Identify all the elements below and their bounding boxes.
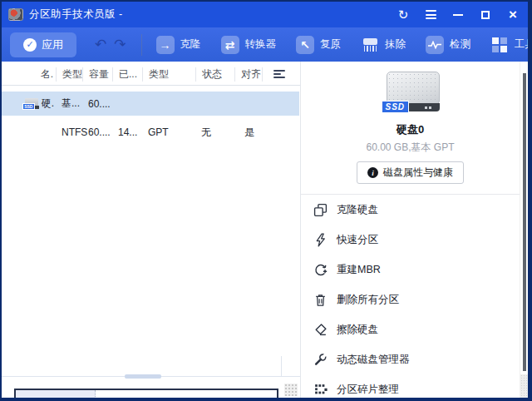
disk-map-bar[interactable] [14,389,278,398]
disk-type-cell: 基... [56,97,82,111]
partition-status-cell: 无 [195,126,234,140]
restore-label: 复原 [320,37,341,52]
scroll-track-line [281,356,282,376]
ssd-disk-icon: SSD [22,98,39,110]
menu-label: 动态磁盘管理器 [337,353,410,367]
table-row-disk0[interactable]: SSD 硬. 基... 60.... [2,92,299,116]
menu-label: 擦除硬盘 [337,323,378,337]
detect-button[interactable]: 检测 [426,36,470,54]
dynamic-disk-manager-icon [313,353,328,367]
wipe-label: 抹除 [385,37,406,52]
header-capacity[interactable]: 容量 [82,67,112,82]
clone-label: 克隆 [180,37,201,52]
detect-label: 检测 [450,37,470,52]
converter-button[interactable]: ⇄ 转换器 [221,36,277,54]
menu-label: 快速分区 [337,233,378,247]
disk-capacity-cell: 60.... [82,98,112,110]
partition-aligned-cell: 是 [234,126,262,140]
tools-button[interactable]: 工具 [490,36,528,54]
tools-grid-icon [490,36,509,54]
delete-all-partitions-icon [313,293,328,307]
content-area: 名. 类型 容量 已... 类型 状态 对齐 SSD 硬. [2,62,528,398]
undo-icon[interactable]: ↶ [95,36,106,53]
header-type1[interactable]: 类型 [56,67,82,82]
header-layout-cell[interactable] [262,67,300,82]
table-header-row: 名. 类型 容量 已... 类型 状态 对齐 [2,63,300,86]
menu-label: 分区碎片整理 [337,383,399,397]
menu-icon[interactable] [424,8,437,22]
menu-item-defragment[interactable]: 分区碎片整理 [301,374,520,398]
clone-button[interactable]: → 克隆 [156,36,201,54]
converter-swap-icon: ⇄ [221,36,239,54]
menu-label: 克隆硬盘 [337,203,378,217]
wipe-button[interactable]: 抹除 [361,36,406,54]
clone-arrow-icon: → [156,36,175,54]
close-button[interactable]: × [506,8,520,22]
header-align[interactable]: 对齐 [234,67,262,82]
apply-label: 应用 [42,37,63,52]
disk-actions-menu: 克隆硬盘 快速分区 重建MBR [301,195,520,398]
scrollbar-track-bottom [520,374,528,398]
maximize-icon [481,11,490,19]
header-status[interactable]: 状态 [195,67,234,82]
menu-item-delete-all-partitions[interactable]: 删除所有分区 [301,285,520,314]
menu-item-rebuild-mbr[interactable]: 重建MBR [301,255,520,285]
minimize-button[interactable] [451,8,465,22]
disk-properties-label: 磁盘属性与健康 [383,166,453,180]
partition-scheme-cell: GPT [142,126,195,138]
header-used[interactable]: 已... [112,67,142,82]
menu-label: 重建MBR [337,263,381,277]
info-icon: i [367,167,378,178]
ssd-drive-image: SSD [382,72,440,115]
disk-list-pane: 名. 类型 容量 已... 类型 状态 对齐 SSD 硬. [2,62,301,398]
scroll-corner-grip[interactable] [284,384,298,396]
panel-scrollbar[interactable] [520,62,528,398]
splitter-handle[interactable] [125,374,161,379]
window-frame: 分区助手技术员版 - ↻ × ✓ 应用 ↶ ↷ → 克隆 ⇄ 转换器 ↖ [0,0,532,401]
menu-item-dynamic-disk-manager[interactable]: 动态磁盘管理器 [301,344,520,374]
quick-partition-icon [313,233,328,247]
disk-subtitle: 60.00 GB,基本 GPT [301,141,520,155]
window-title: 分区助手技术员版 - [29,7,397,22]
header-name[interactable]: 名. [2,67,56,82]
check-icon: ✓ [23,38,37,52]
disk-properties-button[interactable]: i 磁盘属性与健康 [357,161,464,184]
menu-item-erase-disk[interactable]: 擦除硬盘 [301,314,520,344]
menu-label: 删除所有分区 [337,293,399,307]
redo-icon[interactable]: ↷ [114,36,126,53]
partition-used-cell: 14... [112,126,142,138]
disk-map-used-segment [16,390,96,398]
minimize-icon [453,14,463,16]
window-controls: ↻ × [397,8,520,22]
rebuild-mbr-icon [313,263,328,277]
partition-fs-cell: NTFS [56,126,82,138]
column-layout-icon [273,70,285,78]
menu-item-clone-disk[interactable]: 克隆硬盘 [301,195,520,225]
converter-label: 转换器 [245,37,277,52]
undo-redo-group: ↶ ↷ [95,36,126,53]
disk-name-cell: SSD 硬. [2,97,56,111]
refresh-icon[interactable]: ↻ [397,8,410,22]
table-row-partition[interactable]: NTFS 60.... 14... GPT 无 是 [2,121,299,144]
restore-button[interactable]: ↖ 复原 [296,36,341,54]
partition-capacity-cell: 60.... [82,126,112,138]
menu-item-quick-partition[interactable]: 快速分区 [301,225,520,255]
detect-waveform-icon [426,36,444,54]
tools-label: 工具 [515,37,528,52]
title-bar[interactable]: 分区助手技术员版 - ↻ × [2,2,528,27]
app-logo-icon [8,8,23,21]
clone-disk-icon [313,203,328,217]
maximize-button[interactable] [479,8,492,22]
app-window: 分区助手技术员版 - ↻ × ✓ 应用 ↶ ↷ → 克隆 ⇄ 转换器 ↖ [2,2,528,398]
disk-name-text: 硬. [42,97,54,111]
hamburger-icon [426,10,436,19]
disk-detail-panel: SSD 硬盘0 60.00 GB,基本 GPT i 磁盘属性与健康 克隆硬盘 [301,62,528,398]
scrollbar-thumb[interactable] [523,73,526,371]
header-type2[interactable]: 类型 [142,67,195,82]
defragment-icon [313,383,328,397]
restore-arrow-icon: ↖ [296,36,314,54]
ssd-badge: SSD [382,101,410,113]
apply-button[interactable]: ✓ 应用 [10,32,76,57]
toolbar-separator [141,34,142,56]
wipe-brush-icon [361,36,379,54]
